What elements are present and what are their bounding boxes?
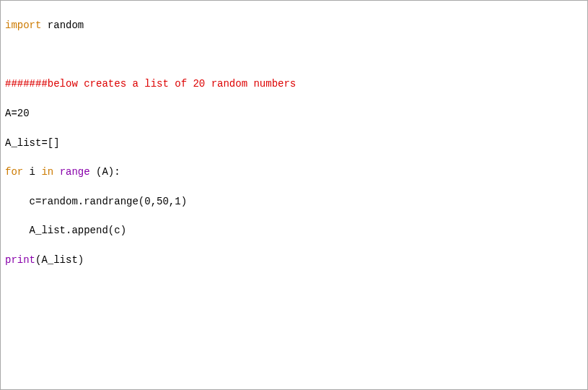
code-line[interactable]	[5, 370, 583, 384]
comment: #######below creates a list of 20 random…	[5, 78, 296, 90]
code-line[interactable]: print(A_list)	[5, 253, 583, 267]
code-text: (A_list)	[35, 254, 84, 266]
code-line[interactable]: c=random.randrange(0,50,1)	[5, 194, 583, 209]
code-line[interactable]: import random	[5, 18, 583, 32]
code-line[interactable]: A=20	[5, 106, 583, 121]
code-line[interactable]	[5, 311, 583, 326]
code-line[interactable]: #######below creates a list of 20 random…	[5, 77, 583, 91]
code-editor[interactable]: import random #######below creates a lis…	[0, 0, 588, 390]
code-text: A_list=[]	[5, 137, 60, 149]
code-text: A_list.append(c)	[5, 225, 126, 236]
keyword-import: import	[5, 20, 41, 31]
code-line[interactable]: for i in range (A):	[5, 165, 583, 179]
code-text: A=20	[5, 108, 30, 119]
keyword-in: in	[41, 166, 53, 178]
builtin-print: print	[5, 254, 35, 266]
code-line[interactable]: A_list.append(c)	[5, 223, 583, 238]
code-text: c=random.randrange(0,50,1)	[5, 196, 187, 207]
variable: i	[23, 166, 41, 178]
code-line[interactable]	[5, 282, 583, 297]
builtin-range: range	[53, 166, 96, 178]
keyword-for: for	[5, 166, 23, 178]
module-name: random	[48, 20, 84, 31]
code-line[interactable]	[5, 48, 583, 62]
code-line[interactable]: A_list=[]	[5, 136, 583, 150]
code-text: (A):	[96, 166, 120, 178]
code-line[interactable]	[5, 341, 583, 355]
